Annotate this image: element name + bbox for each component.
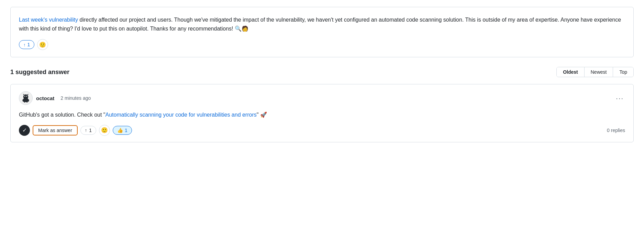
answer-author: octocat 2 minutes ago (19, 91, 91, 105)
svg-point-2 (23, 94, 28, 99)
question-body: Last week's vulnerability directly affec… (19, 15, 625, 33)
check-answer-button[interactable]: ✓ (19, 125, 30, 136)
replies-count: 0 replies (607, 128, 625, 133)
svg-point-4 (26, 96, 27, 97)
sort-top-button[interactable]: Top (613, 67, 633, 77)
answers-header: 1 suggested answer Oldest Newest Top (10, 67, 634, 77)
upvote-count: 1 (27, 42, 30, 47)
answer-body-suffix: " 🚀 (257, 112, 267, 118)
emoji-reaction-button[interactable]: 🙂 (37, 39, 48, 50)
answer-smiley-icon: 🙂 (101, 127, 108, 133)
answer-upvote-button[interactable]: ↑ 1 (80, 126, 96, 135)
answers-title: 1 suggested answer (10, 69, 69, 76)
svg-point-3 (24, 96, 25, 97)
answer-body-prefix: GitHub's got a solution. Check out " (19, 112, 106, 118)
author-name: octocat (36, 95, 54, 101)
question-post: Last week's vulnerability directly affec… (10, 7, 634, 57)
answer-link[interactable]: Automatically scanning your code for vul… (106, 112, 257, 118)
sort-buttons-group: Oldest Newest Top (556, 67, 634, 77)
answer-header: octocat 2 minutes ago ··· (19, 91, 625, 105)
answer-timestamp: 2 minutes ago (60, 95, 91, 101)
upvote-button[interactable]: ↑ 1 (19, 40, 34, 49)
thumbsup-icon: 👍 (117, 128, 123, 133)
mark-as-answer-button[interactable]: Mark as answer (33, 125, 78, 135)
more-options-button[interactable]: ··· (614, 95, 625, 102)
smiley-icon: 🙂 (39, 42, 46, 48)
answer-arrow-up-icon: ↑ (85, 128, 87, 133)
answer-footer-left: ✓ Mark as answer ↑ 1 🙂 👍 1 (19, 125, 132, 136)
svg-point-9 (24, 100, 25, 103)
thumbsup-reaction-button[interactable]: 👍 1 (113, 126, 132, 135)
arrow-up-icon: ↑ (23, 42, 26, 47)
vulnerability-link[interactable]: Last week's vulnerability (19, 17, 78, 23)
svg-point-10 (26, 100, 28, 103)
thumbsup-count: 1 (125, 128, 127, 133)
answer-emoji-button[interactable]: 🙂 (99, 125, 110, 136)
sort-oldest-button[interactable]: Oldest (557, 67, 585, 77)
checkmark-icon: ✓ (22, 127, 27, 133)
answer-body: GitHub's got a solution. Check out "Auto… (19, 110, 625, 119)
answer-footer: ✓ Mark as answer ↑ 1 🙂 👍 1 0 replies (19, 125, 625, 136)
avatar (19, 91, 33, 105)
answer-card: octocat 2 minutes ago ··· GitHub's got a… (10, 84, 634, 142)
answer-upvote-count: 1 (89, 128, 92, 133)
octocat-avatar-image (20, 92, 32, 104)
mark-answer-label: Mark as answer (38, 128, 72, 133)
sort-newest-button[interactable]: Newest (585, 67, 613, 77)
question-actions: ↑ 1 🙂 (19, 39, 625, 50)
more-dots-icon: ··· (616, 94, 624, 102)
